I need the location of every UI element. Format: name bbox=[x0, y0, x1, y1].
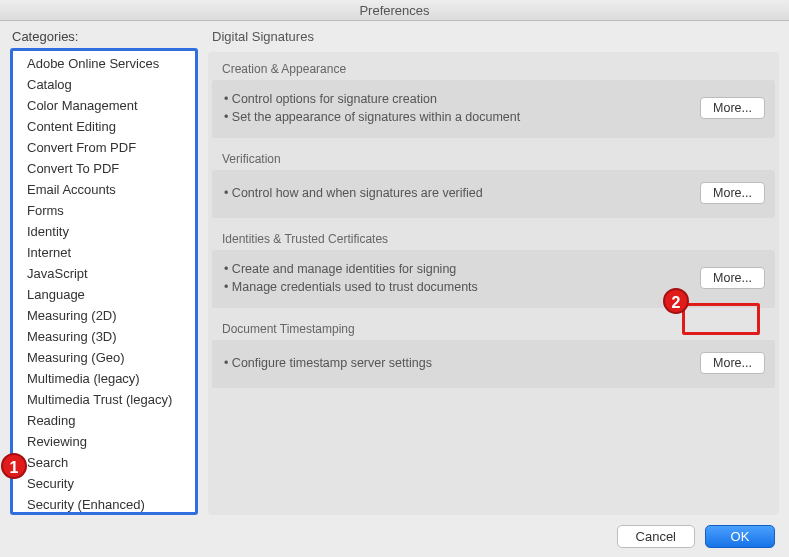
category-item[interactable]: Multimedia (legacy) bbox=[13, 368, 195, 389]
cancel-button[interactable]: Cancel bbox=[617, 525, 695, 548]
group-bullet: Control options for signature creation bbox=[224, 90, 690, 108]
category-item[interactable]: Measuring (Geo) bbox=[13, 347, 195, 368]
group-title: Identities & Trusted Certificates bbox=[212, 226, 775, 250]
group-body: Control how and when signatures are veri… bbox=[212, 170, 775, 218]
category-list[interactable]: Adobe Online ServicesCatalogColor Manage… bbox=[13, 51, 195, 515]
category-item[interactable]: Content Editing bbox=[13, 116, 195, 137]
category-item[interactable]: Reading bbox=[13, 410, 195, 431]
category-item[interactable]: Convert To PDF bbox=[13, 158, 195, 179]
category-item[interactable]: JavaScript bbox=[13, 263, 195, 284]
ok-button[interactable]: OK bbox=[705, 525, 775, 548]
category-item[interactable]: Forms bbox=[13, 200, 195, 221]
window-title: Preferences bbox=[0, 0, 789, 21]
category-item[interactable]: Measuring (2D) bbox=[13, 305, 195, 326]
settings-group: Document TimestampingConfigure timestamp… bbox=[212, 316, 775, 388]
category-item[interactable]: Identity bbox=[13, 221, 195, 242]
more-button[interactable]: More... bbox=[700, 267, 765, 289]
more-button[interactable]: More... bbox=[700, 182, 765, 204]
callout-2: 2 bbox=[663, 288, 689, 314]
group-bullet: Configure timestamp server settings bbox=[224, 354, 690, 372]
category-item[interactable]: Convert From PDF bbox=[13, 137, 195, 158]
category-item[interactable]: Multimedia Trust (legacy) bbox=[13, 389, 195, 410]
group-body: Create and manage identities for signing… bbox=[212, 250, 775, 308]
group-bullet: Manage credentials used to trust documen… bbox=[224, 278, 690, 296]
category-item[interactable]: Reviewing bbox=[13, 431, 195, 452]
group-bullets: Control how and when signatures are veri… bbox=[224, 184, 690, 202]
group-body: Control options for signature creationSe… bbox=[212, 80, 775, 138]
group-bullets: Control options for signature creationSe… bbox=[224, 90, 690, 126]
group-title: Verification bbox=[212, 146, 775, 170]
group-bullets: Configure timestamp server settings bbox=[224, 354, 690, 372]
more-button[interactable]: More... bbox=[700, 352, 765, 374]
category-item[interactable]: Security (Enhanced) bbox=[13, 494, 195, 515]
category-item[interactable]: Measuring (3D) bbox=[13, 326, 195, 347]
group-bullet: Control how and when signatures are veri… bbox=[224, 184, 690, 202]
more-button[interactable]: More... bbox=[700, 97, 765, 119]
group-body: Configure timestamp server settingsMore.… bbox=[212, 340, 775, 388]
category-list-frame: Adobe Online ServicesCatalogColor Manage… bbox=[10, 48, 198, 515]
group-bullet: Set the appearance of signatures within … bbox=[224, 108, 690, 126]
sidebar: Categories: Adobe Online ServicesCatalog… bbox=[10, 29, 198, 515]
dialog-footer: Cancel OK bbox=[10, 515, 779, 557]
category-item[interactable]: Language bbox=[13, 284, 195, 305]
category-item[interactable]: Color Management bbox=[13, 95, 195, 116]
category-item[interactable]: Search bbox=[13, 452, 195, 473]
settings-group: Identities & Trusted CertificatesCreate … bbox=[212, 226, 775, 308]
category-item[interactable]: Security bbox=[13, 473, 195, 494]
content-panel: Digital Signatures 2 Creation & Appearan… bbox=[208, 29, 779, 515]
category-item[interactable]: Adobe Online Services bbox=[13, 53, 195, 74]
category-item[interactable]: Internet bbox=[13, 242, 195, 263]
callout-1: 1 bbox=[1, 453, 27, 479]
group-title: Document Timestamping bbox=[212, 316, 775, 340]
settings-group: VerificationControl how and when signatu… bbox=[212, 146, 775, 218]
group-title: Creation & Appearance bbox=[212, 56, 775, 80]
settings-groups: 2 Creation & AppearanceControl options f… bbox=[208, 52, 779, 515]
settings-group: Creation & AppearanceControl options for… bbox=[212, 56, 775, 138]
categories-label: Categories: bbox=[10, 29, 198, 44]
section-title: Digital Signatures bbox=[212, 29, 779, 44]
window-body: Categories: Adobe Online ServicesCatalog… bbox=[0, 21, 789, 557]
group-bullets: Create and manage identities for signing… bbox=[224, 260, 690, 296]
category-item[interactable]: Catalog bbox=[13, 74, 195, 95]
main-area: Categories: Adobe Online ServicesCatalog… bbox=[10, 29, 779, 515]
category-item[interactable]: Email Accounts bbox=[13, 179, 195, 200]
group-bullet: Create and manage identities for signing bbox=[224, 260, 690, 278]
